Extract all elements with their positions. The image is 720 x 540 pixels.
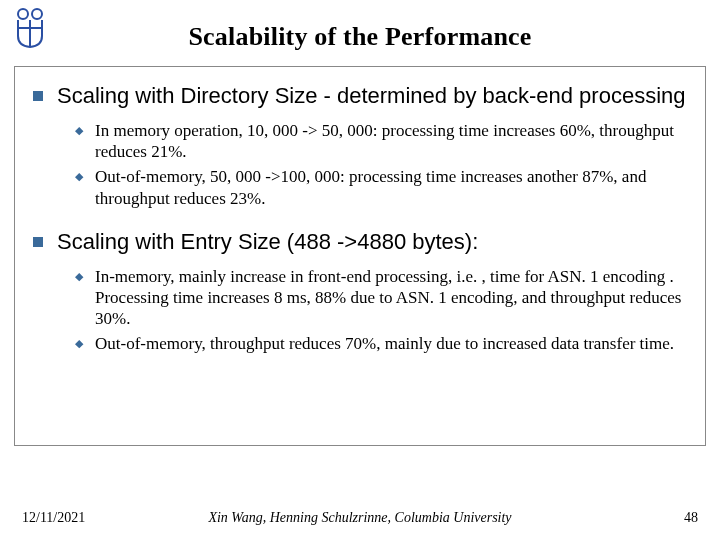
diamond-bullet-icon: ◆ [75, 170, 83, 209]
footer: 12/11/2021 Xin Wang, Henning Schulzrinne… [0, 510, 720, 526]
subitem-list: ◆ In memory operation, 10, 000 -> 50, 00… [75, 120, 687, 209]
section-heading: Scaling with Directory Size - determined… [33, 83, 687, 110]
university-logo [10, 6, 50, 52]
list-item-text: Out-of-memory, throughput reduces 70%, m… [95, 333, 674, 354]
square-bullet-icon [33, 91, 43, 101]
diamond-bullet-icon: ◆ [75, 270, 83, 330]
list-item: ◆ In memory operation, 10, 000 -> 50, 00… [75, 120, 687, 163]
list-item: ◆ Out-of-memory, 50, 000 ->100, 000: pro… [75, 166, 687, 209]
subitem-list: ◆ In-memory, mainly increase in front-en… [75, 266, 687, 355]
section-heading: Scaling with Entry Size (488 ->4880 byte… [33, 229, 687, 256]
content-frame: Scaling with Directory Size - determined… [14, 66, 706, 446]
list-item: ◆ Out-of-memory, throughput reduces 70%,… [75, 333, 687, 354]
section-heading-text: Scaling with Entry Size (488 ->4880 byte… [57, 229, 478, 256]
square-bullet-icon [33, 237, 43, 247]
list-item-text: In-memory, mainly increase in front-end … [95, 266, 687, 330]
section-heading-text: Scaling with Directory Size - determined… [57, 83, 686, 110]
footer-date: 12/11/2021 [22, 510, 112, 526]
list-item-text: In memory operation, 10, 000 -> 50, 000:… [95, 120, 687, 163]
footer-authors: Xin Wang, Henning Schulzrinne, Columbia … [112, 510, 608, 526]
slide-title: Scalability of the Performance [0, 0, 720, 52]
diamond-bullet-icon: ◆ [75, 124, 83, 163]
list-item: ◆ In-memory, mainly increase in front-en… [75, 266, 687, 330]
svg-point-1 [32, 9, 42, 19]
list-item-text: Out-of-memory, 50, 000 ->100, 000: proce… [95, 166, 687, 209]
diamond-bullet-icon: ◆ [75, 337, 83, 354]
svg-point-0 [18, 9, 28, 19]
footer-page: 48 [608, 510, 698, 526]
